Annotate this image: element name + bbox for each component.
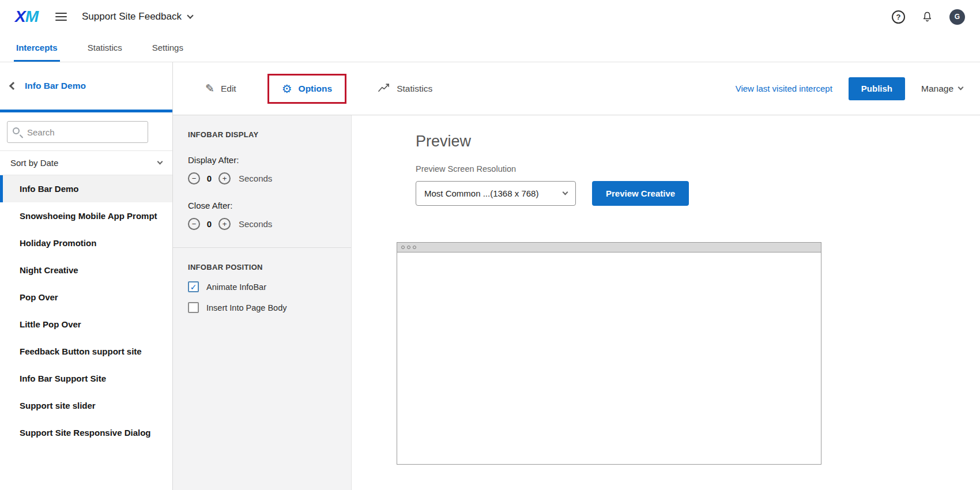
animate-infobar-label: Animate InfoBar	[206, 282, 266, 292]
chevron-down-icon	[157, 159, 163, 165]
intercepts-sidebar: Info Bar Demo Sort by Date Info Bar Demo…	[0, 62, 173, 490]
window-dot-icon	[401, 246, 405, 249]
edit-button[interactable]: ✎ Edit	[205, 82, 236, 95]
search-icon	[13, 127, 20, 134]
resolution-select[interactable]: Most Common ...(1368 x 768)	[416, 181, 576, 206]
publish-button[interactable]: Publish	[849, 77, 905, 100]
tab-statistics[interactable]: Statistics	[88, 33, 122, 62]
infobar-display-section: INFOBAR DISPLAY Display After: − 0 + Sec…	[173, 130, 351, 230]
list-item[interactable]: Snowshoeing Mobile App Prompt	[0, 202, 172, 229]
help-icon[interactable]: ?	[892, 10, 905, 24]
window-dot-icon	[413, 246, 416, 249]
infobar-position-heading: INFOBAR POSITION	[188, 263, 336, 272]
preview-creative-button[interactable]: Preview Creative	[592, 181, 689, 206]
list-item[interactable]: Feedback Button support site	[0, 338, 172, 365]
xm-logo-x: X	[15, 7, 25, 26]
notifications-bell-icon[interactable]	[921, 10, 933, 23]
chevron-down-icon	[187, 12, 193, 18]
list-item[interactable]: Night Creative	[0, 257, 172, 284]
project-title-dropdown[interactable]: Support Site Feedback	[82, 11, 193, 22]
preview-controls: Most Common ...(1368 x 768) Preview Crea…	[416, 181, 980, 206]
sort-by-date-dropdown[interactable]: Sort by Date	[0, 150, 172, 175]
chevron-left-icon	[9, 82, 17, 90]
checkbox-checked-icon[interactable]: ✓	[188, 281, 199, 292]
minus-icon[interactable]: −	[188, 172, 200, 184]
avatar-initial: G	[955, 13, 960, 21]
check-glyph: ✓	[190, 282, 197, 292]
line-chart-icon	[378, 82, 390, 95]
options-panel: INFOBAR DISPLAY Display After: − 0 + Sec…	[173, 115, 352, 490]
infobar-position-section: INFOBAR POSITION ✓ Animate InfoBar Inser…	[173, 248, 351, 313]
view-last-visited-link[interactable]: View last visited intercept	[736, 84, 832, 93]
close-after-stepper: − 0 + Seconds	[188, 218, 336, 230]
pencil-icon: ✎	[205, 82, 214, 95]
list-item[interactable]: Pop Over	[0, 284, 172, 311]
xm-logo: X M	[15, 7, 38, 26]
chevron-down-icon	[958, 85, 964, 91]
close-after-label: Close After:	[188, 201, 336, 210]
intercept-list: Info Bar Demo Snowshoeing Mobile App Pro…	[0, 175, 172, 490]
top-bar-right: ? G	[892, 9, 965, 25]
manage-dropdown[interactable]: Manage	[921, 84, 963, 94]
intercept-toolbar: ✎ Edit ⚙ Options	[173, 62, 980, 115]
display-after-value: 0	[206, 174, 212, 183]
resolution-value: Most Common ...(1368 x 768)	[424, 189, 538, 198]
resolution-label: Preview Screen Resolution	[416, 164, 980, 174]
insert-page-body-label: Insert Into Page Body	[206, 303, 287, 312]
hamburger-menu-icon[interactable]	[55, 10, 67, 23]
sidebar-search	[7, 121, 165, 143]
statistics-button[interactable]: Statistics	[378, 82, 432, 95]
options-label: Options	[299, 84, 333, 94]
statistics-label: Statistics	[397, 84, 432, 94]
list-item[interactable]: Support Site Responsive Dialog	[0, 419, 172, 446]
list-item[interactable]: Little Pop Over	[0, 311, 172, 338]
chevron-down-icon	[563, 190, 568, 195]
browser-titlebar	[397, 243, 821, 252]
browser-preview-frame	[397, 242, 821, 465]
close-after-value: 0	[206, 219, 212, 229]
options-button[interactable]: ⚙ Options	[282, 83, 333, 95]
list-item[interactable]: Info Bar Support Site	[0, 365, 172, 392]
app-root: X M Support Site Feedback ? G	[0, 0, 980, 490]
sidebar-back-label: Info Bar Demo	[25, 81, 86, 91]
primary-tab-bar: Intercepts Statistics Settings	[0, 33, 980, 62]
window-dot-icon	[407, 246, 410, 249]
display-after-stepper: − 0 + Seconds	[188, 172, 336, 184]
display-after-label: Display After:	[188, 155, 336, 165]
list-item[interactable]: Support site slider	[0, 392, 172, 419]
preview-area: Preview Preview Screen Resolution Most C…	[352, 115, 980, 490]
project-title: Support Site Feedback	[82, 11, 182, 22]
search-input[interactable]	[7, 121, 148, 143]
list-item[interactable]: Holiday Promotion	[0, 229, 172, 257]
question-glyph: ?	[896, 13, 901, 21]
preview-title: Preview	[416, 133, 980, 150]
display-after-unit: Seconds	[239, 174, 272, 183]
plus-icon[interactable]: +	[218, 218, 231, 230]
avatar[interactable]: G	[949, 9, 965, 25]
edit-label: Edit	[221, 84, 236, 94]
list-item[interactable]: Info Bar Demo	[0, 175, 172, 202]
minus-icon[interactable]: −	[188, 218, 200, 230]
insert-page-body-checkbox-row[interactable]: Insert Into Page Body	[188, 302, 336, 313]
xm-logo-m: M	[25, 7, 38, 26]
tab-settings[interactable]: Settings	[152, 33, 183, 62]
top-bar: X M Support Site Feedback ? G	[0, 0, 980, 33]
tab-intercepts[interactable]: Intercepts	[16, 33, 58, 62]
sidebar-back-header[interactable]: Info Bar Demo	[0, 62, 172, 112]
plus-icon[interactable]: +	[218, 172, 231, 184]
options-highlight-annotation: ⚙ Options	[267, 74, 347, 104]
gear-icon: ⚙	[282, 83, 292, 95]
close-after-unit: Seconds	[239, 219, 272, 229]
manage-label: Manage	[921, 84, 953, 94]
sort-label: Sort by Date	[10, 158, 58, 168]
checkbox-unchecked-icon[interactable]	[188, 302, 199, 313]
infobar-display-heading: INFOBAR DISPLAY	[188, 130, 336, 139]
animate-infobar-checkbox-row[interactable]: ✓ Animate InfoBar	[188, 281, 336, 292]
